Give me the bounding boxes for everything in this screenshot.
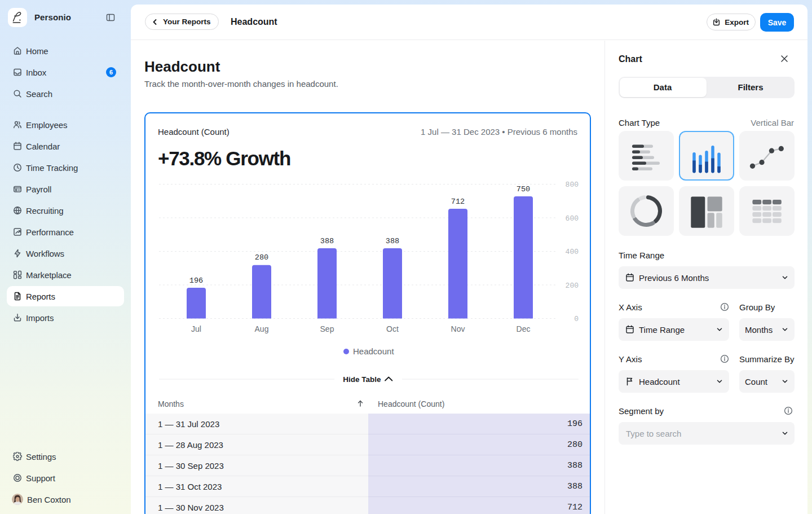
svg-text:388: 388: [320, 237, 334, 245]
svg-text:Dec: Dec: [517, 324, 531, 333]
svg-text:800: 800: [566, 181, 579, 189]
svg-text:Sep: Sep: [320, 324, 334, 333]
svg-text:712: 712: [451, 197, 465, 206]
svg-text:196: 196: [189, 276, 203, 285]
svg-text:280: 280: [255, 253, 268, 262]
svg-text:Jul: Jul: [191, 324, 201, 333]
svg-text:Aug: Aug: [255, 324, 269, 333]
svg-text:Oct: Oct: [386, 324, 399, 333]
svg-text:Headcount: Headcount: [353, 346, 394, 356]
svg-text:400: 400: [566, 248, 579, 256]
svg-text:750: 750: [517, 185, 530, 194]
svg-text:200: 200: [566, 282, 579, 290]
svg-text:600: 600: [566, 214, 579, 223]
svg-text:Hide Table: Hide Table: [343, 375, 381, 384]
svg-text:0: 0: [574, 315, 579, 323]
svg-text:Nov: Nov: [451, 324, 465, 333]
svg-text:388: 388: [386, 237, 399, 245]
